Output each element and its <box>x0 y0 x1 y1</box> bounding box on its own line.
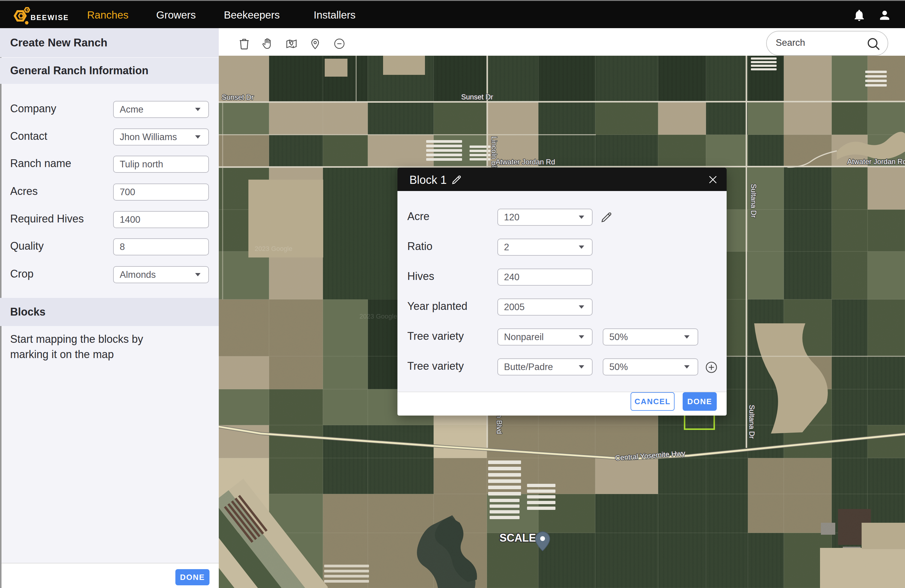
svg-text:Sultana Dr: Sultana Dr <box>750 184 758 218</box>
svg-text:Atwater Jordan Rd: Atwater Jordan Rd <box>847 157 905 165</box>
svg-text:Sunset Dr: Sunset Dr <box>461 93 493 101</box>
svg-text:2023 Google: 2023 Google <box>359 313 397 320</box>
svg-text:SCALE: SCALE <box>500 532 536 544</box>
svg-text:n Blvd: n Blvd <box>495 414 503 434</box>
svg-text:Sunset Dr: Sunset Dr <box>222 93 254 101</box>
svg-text:Atwater Jordan Rd: Atwater Jordan Rd <box>495 158 555 166</box>
svg-text:2023 Google: 2023 Google <box>255 245 292 253</box>
svg-text:Sultana Dr: Sultana Dr <box>748 405 756 439</box>
